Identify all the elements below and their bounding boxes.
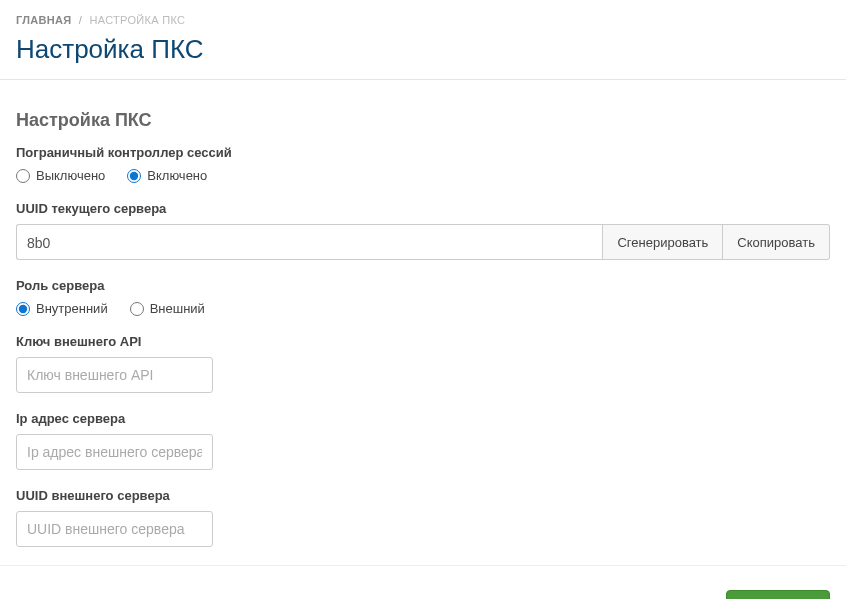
breadcrumb-home-link[interactable]: ГЛАВНАЯ bbox=[16, 14, 71, 26]
role-internal-radio[interactable] bbox=[16, 302, 30, 316]
section-title: Настройка ПКС bbox=[16, 110, 830, 131]
role-external-option[interactable]: Внешний bbox=[130, 301, 205, 316]
external-api-key-label: Ключ внешнего API bbox=[16, 334, 830, 349]
page-title: Настройка ПКС bbox=[16, 34, 830, 65]
copy-button[interactable]: Скопировать bbox=[723, 224, 830, 260]
sbc-off-radio[interactable] bbox=[16, 169, 30, 183]
server-ip-label: Ip адрес сервера bbox=[16, 411, 830, 426]
uuid-current-label: UUID текущего сервера bbox=[16, 201, 830, 216]
role-external-radio[interactable] bbox=[130, 302, 144, 316]
role-external-text: Внешний bbox=[150, 301, 205, 316]
save-button[interactable]: Сохранить bbox=[726, 590, 830, 599]
external-uuid-input[interactable] bbox=[16, 511, 213, 547]
sbc-off-text: Выключено bbox=[36, 168, 105, 183]
server-role-label: Роль сервера bbox=[16, 278, 830, 293]
sbc-on-text: Включено bbox=[147, 168, 207, 183]
sbc-on-radio[interactable] bbox=[127, 169, 141, 183]
sbc-off-option[interactable]: Выключено bbox=[16, 168, 105, 183]
external-api-key-input[interactable] bbox=[16, 357, 213, 393]
server-ip-input[interactable] bbox=[16, 434, 213, 470]
sbc-on-option[interactable]: Включено bbox=[127, 168, 207, 183]
breadcrumb: ГЛАВНАЯ / НАСТРОЙКА ПКС bbox=[16, 14, 830, 26]
sbc-label: Пограничный контроллер сессий bbox=[16, 145, 830, 160]
external-uuid-label: UUID внешнего сервера bbox=[16, 488, 830, 503]
generate-button[interactable]: Сгенерировать bbox=[602, 224, 723, 260]
breadcrumb-separator: / bbox=[79, 14, 82, 26]
role-internal-option[interactable]: Внутренний bbox=[16, 301, 108, 316]
divider bbox=[0, 79, 846, 80]
role-internal-text: Внутренний bbox=[36, 301, 108, 316]
uuid-current-value: 8b0 bbox=[16, 224, 602, 260]
breadcrumb-current: НАСТРОЙКА ПКС bbox=[90, 14, 186, 26]
